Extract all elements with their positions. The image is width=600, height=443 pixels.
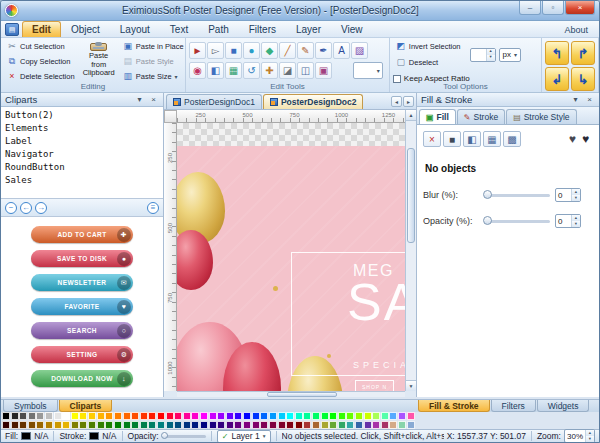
cliparts-nav-button[interactable]: ← [20, 202, 32, 214]
tab-scroll-right-icon[interactable]: ▸ [403, 96, 414, 107]
clipart-item[interactable]: DOWNLOAD NOW ↓ [31, 370, 133, 387]
edit-tool-button[interactable]: ■ [225, 42, 242, 59]
document-tab[interactable]: PosterDesignDoc1 [166, 94, 262, 109]
scroll-up-icon[interactable]: ▲ [406, 110, 416, 121]
color-swatch[interactable] [174, 412, 182, 420]
invert-selection-button[interactable]: ◩ Invert Selection [393, 40, 464, 53]
edit-tool-button[interactable]: ► [189, 42, 206, 59]
color-swatch[interactable] [28, 412, 36, 420]
color-swatch[interactable] [364, 412, 372, 420]
fill-mode-button[interactable]: ◧ [463, 131, 481, 147]
color-swatch[interactable] [54, 412, 62, 420]
color-swatch[interactable] [407, 412, 415, 420]
color-swatch[interactable] [372, 421, 380, 429]
edit-tool-button[interactable]: ▻ [207, 42, 224, 59]
poster-artboard[interactable]: MEG SA SPECIAL SHOP N [177, 146, 405, 391]
edit-tool-button[interactable]: ◫ [297, 62, 314, 79]
color-swatch[interactable] [88, 421, 96, 429]
edit-tool-button[interactable]: ◉ [189, 62, 206, 79]
ribbon-tab[interactable]: Layout [110, 21, 160, 37]
color-swatch[interactable] [97, 412, 105, 420]
color-swatch[interactable] [234, 421, 242, 429]
horizontal-scroll-thumb[interactable] [267, 392, 337, 397]
cliparts-category-item[interactable]: Sales [5, 174, 159, 187]
color-swatch[interactable] [131, 421, 139, 429]
color-swatch[interactable] [11, 412, 19, 420]
fill-mode-button[interactable]: ▦ [483, 131, 501, 147]
fill-status-swatch[interactable] [21, 432, 31, 440]
color-swatch[interactable] [88, 412, 96, 420]
color-swatch[interactable] [166, 412, 174, 420]
cliparts-menu-button[interactable]: ≡ [147, 202, 159, 214]
color-swatch[interactable] [389, 421, 397, 429]
size-spinner[interactable]: ▴▾ [470, 48, 496, 62]
arrange-button[interactable]: ↱ [571, 41, 595, 65]
color-swatch[interactable] [174, 421, 182, 429]
color-swatch[interactable] [381, 421, 389, 429]
edit-tool-button[interactable]: ● [243, 42, 260, 59]
color-swatch[interactable] [398, 421, 406, 429]
edit-tool-button[interactable]: ◪ [279, 62, 296, 79]
left-dock-tab[interactable]: Symbols [3, 400, 58, 412]
edit-tool-button[interactable]: ✒ [315, 42, 332, 59]
color-swatch[interactable] [2, 421, 10, 429]
color-swatch[interactable] [398, 412, 406, 420]
panel-close-icon[interactable]: × [148, 95, 159, 104]
editing-command[interactable]: ⧉ Copy Selection [4, 55, 78, 68]
canvas-viewport[interactable]: MEG SA SPECIAL SHOP N [177, 123, 405, 391]
zoom-spinner[interactable]: 30% ▴▾ [564, 429, 595, 443]
opacity-spinner[interactable]: 0 ▴▾ [555, 214, 581, 228]
opacity-status-slider[interactable] [162, 435, 206, 438]
color-swatch[interactable] [226, 412, 234, 420]
cliparts-category-item[interactable]: Navigator [5, 148, 159, 161]
panel-pin-icon[interactable]: ▾ [134, 95, 145, 104]
color-swatch[interactable] [62, 421, 70, 429]
cliparts-category-item[interactable]: Button(2) [5, 109, 159, 122]
edit-tool-button[interactable]: ◆ [261, 42, 278, 59]
ribbon-tab[interactable]: Object [61, 21, 110, 37]
color-swatch[interactable] [372, 412, 380, 420]
color-swatch[interactable] [355, 412, 363, 420]
document-tab[interactable]: PosterDesignDoc2 [263, 94, 364, 109]
right-dock-tab[interactable]: Filters [491, 400, 536, 412]
color-swatch[interactable] [329, 421, 337, 429]
color-swatch[interactable] [303, 421, 311, 429]
arrange-button[interactable]: ↳ [571, 67, 595, 91]
edit-tool-button[interactable]: ▦ [225, 62, 242, 79]
color-swatch[interactable] [217, 421, 225, 429]
panel-close-icon[interactable]: × [584, 95, 595, 104]
cliparts-category-item[interactable]: Elements [5, 122, 159, 135]
color-swatch[interactable] [200, 412, 208, 420]
color-swatch[interactable] [97, 421, 105, 429]
cliparts-nav-button[interactable]: → [35, 202, 47, 214]
color-swatch[interactable] [217, 412, 225, 420]
color-swatch[interactable] [389, 412, 397, 420]
edit-tool-button[interactable]: ◧ [207, 62, 224, 79]
color-swatch[interactable] [209, 421, 217, 429]
vertical-scrollbar[interactable]: ▲ ▼ [405, 110, 416, 391]
blur-spinner[interactable]: 0 ▴▾ [555, 188, 581, 202]
color-swatch[interactable] [183, 421, 191, 429]
fill-stroke-tab[interactable]: ▤ Stroke Style [506, 109, 576, 124]
color-swatch[interactable] [355, 421, 363, 429]
horizontal-scrollbar[interactable] [177, 391, 405, 397]
color-swatch[interactable] [140, 421, 148, 429]
color-swatch[interactable] [286, 412, 294, 420]
ribbon-tab[interactable]: Filters [239, 21, 286, 37]
color-swatch[interactable] [329, 412, 337, 420]
color-swatch[interactable] [114, 421, 122, 429]
color-swatch[interactable] [2, 412, 10, 420]
color-swatch[interactable] [381, 412, 389, 420]
color-swatch[interactable] [278, 412, 286, 420]
edit-tool-button[interactable]: ↺ [243, 62, 260, 79]
ribbon-tab[interactable]: Edit [22, 21, 61, 37]
color-swatch[interactable] [312, 421, 320, 429]
color-swatch[interactable] [45, 412, 53, 420]
color-swatch[interactable] [321, 412, 329, 420]
fill-stroke-tab[interactable]: ✎ Stroke [457, 109, 505, 124]
editing-command[interactable]: ▤ Paste Style [120, 55, 190, 68]
fill-stroke-tab[interactable]: ▣ Fill [419, 109, 456, 124]
vertical-scroll-thumb[interactable] [407, 148, 415, 243]
edit-tool-button[interactable]: ▨ [351, 42, 368, 59]
cliparts-category-item[interactable]: RoundButton [5, 161, 159, 174]
